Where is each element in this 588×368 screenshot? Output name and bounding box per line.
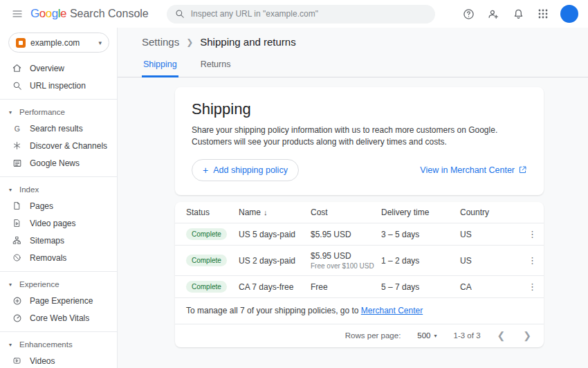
hamburger-menu-button[interactable] bbox=[7, 3, 28, 24]
sidebar-item-videos[interactable]: Videos bbox=[0, 352, 117, 368]
videos-icon bbox=[12, 356, 22, 366]
rows-per-page-label: Rows per page: bbox=[345, 331, 401, 340]
notifications-button[interactable] bbox=[508, 3, 529, 24]
policy-country: CA bbox=[460, 276, 521, 298]
page-title: Shipping bbox=[192, 100, 527, 118]
sidebar-item-overview[interactable]: Overview bbox=[0, 59, 117, 77]
topbar-actions bbox=[458, 3, 578, 24]
rows-per-page-select[interactable]: 500 ▾ bbox=[417, 331, 437, 340]
breadcrumb-separator-icon: ❯ bbox=[186, 37, 193, 47]
sidebar-section-enhancements[interactable]: ▾ Enhancements bbox=[0, 337, 117, 352]
tab-returns[interactable]: Returns bbox=[199, 58, 232, 77]
chevron-down-icon: ▾ bbox=[98, 39, 102, 46]
col-country: Country bbox=[460, 202, 521, 223]
home-icon bbox=[12, 63, 22, 73]
policy-country: US bbox=[460, 223, 521, 246]
manage-users-button[interactable] bbox=[483, 3, 504, 24]
caret-down-icon: ▾ bbox=[9, 342, 15, 348]
divider bbox=[0, 271, 117, 272]
g-letter-icon: G bbox=[12, 123, 22, 134]
property-favicon bbox=[16, 38, 26, 48]
policy-delivery: 3 – 5 days bbox=[381, 223, 460, 246]
policy-cost: $5.95 USD bbox=[311, 223, 381, 246]
policy-name: US 5 days-paid bbox=[239, 223, 311, 246]
row-menu-button[interactable]: ⋮ bbox=[521, 229, 544, 239]
chevron-down-icon: ▾ bbox=[434, 333, 437, 339]
main-content: Settings ❯ Shipping and returns Shipping… bbox=[118, 28, 588, 368]
discover-asterisk-icon bbox=[12, 140, 22, 151]
status-badge: Complete bbox=[186, 281, 227, 293]
table-row: Complete CA 7 days-free Free 5 – 7 days … bbox=[175, 276, 544, 298]
col-name: Name↓ bbox=[239, 202, 311, 223]
policy-cost: $5.95 USD Free over $100 USD bbox=[311, 246, 381, 276]
policy-country: US bbox=[460, 246, 521, 276]
help-button[interactable] bbox=[458, 3, 479, 24]
col-actions bbox=[521, 202, 544, 223]
page-range: 1-3 of 3 bbox=[454, 331, 481, 340]
video-page-icon bbox=[12, 218, 22, 228]
property-selector[interactable]: example.com ▾ bbox=[8, 33, 109, 53]
sidebar-item-removals[interactable]: Removals bbox=[0, 249, 117, 266]
sidebar-item-video-pages[interactable]: Video pages bbox=[0, 214, 117, 232]
search-input[interactable] bbox=[191, 9, 427, 19]
previous-page-button[interactable]: ❮ bbox=[497, 331, 506, 340]
col-cost: Cost bbox=[311, 202, 381, 223]
search-icon bbox=[175, 9, 185, 19]
caret-down-icon: ▾ bbox=[9, 187, 15, 193]
sidebar-item-pages[interactable]: Pages bbox=[0, 197, 117, 214]
sidebar-section-experience[interactable]: ▾ Experience bbox=[0, 277, 117, 292]
shipping-intro-card: Shipping Share your shipping policy info… bbox=[175, 87, 544, 195]
sidebar: example.com ▾ Overview URL inspection ▾ … bbox=[0, 28, 118, 368]
removals-icon bbox=[12, 252, 22, 263]
tab-shipping[interactable]: Shipping bbox=[142, 58, 178, 77]
cost-note: Free over $100 USD bbox=[311, 262, 381, 270]
sidebar-item-search-results[interactable]: G Search results bbox=[0, 120, 117, 137]
col-delivery-time: Delivery time bbox=[381, 202, 460, 223]
policy-delivery: 5 – 7 days bbox=[381, 276, 460, 298]
table-row: Complete US 2 days-paid $5.95 USD Free o… bbox=[175, 246, 544, 276]
plus-icon: + bbox=[203, 165, 208, 175]
sidebar-section-index[interactable]: ▾ Index bbox=[0, 182, 117, 197]
app-logo: Google Search Console bbox=[30, 7, 149, 21]
news-icon bbox=[12, 158, 22, 168]
row-menu-button[interactable]: ⋮ bbox=[521, 282, 544, 292]
breadcrumb-current: Shipping and returns bbox=[200, 36, 295, 48]
shipping-policies-table: Status Name↓ Cost Delivery time Country … bbox=[175, 202, 544, 299]
sidebar-item-core-web-vitals[interactable]: Core Web Vitals bbox=[0, 309, 117, 326]
sidebar-item-sitemaps[interactable]: Sitemaps bbox=[0, 232, 117, 249]
hamburger-icon bbox=[12, 8, 23, 19]
caret-down-icon: ▾ bbox=[9, 109, 15, 116]
sidebar-item-discover-channels[interactable]: Discover & Channels bbox=[0, 137, 117, 154]
breadcrumb-settings[interactable]: Settings bbox=[142, 36, 179, 48]
apps-grid-button[interactable] bbox=[533, 3, 553, 24]
add-shipping-policy-button[interactable]: + Add shipping policy bbox=[192, 159, 299, 181]
pagination: Rows per page: 500 ▾ 1-3 of 3 ❮ ❯ bbox=[175, 324, 544, 347]
divider bbox=[0, 99, 117, 100]
merchant-center-link[interactable]: Merchant Center bbox=[361, 306, 423, 315]
sidebar-item-url-inspection[interactable]: URL inspection bbox=[0, 77, 117, 94]
sidebar-item-google-news[interactable]: Google News bbox=[0, 154, 117, 172]
topbar: Google Search Console bbox=[0, 0, 588, 28]
page-icon bbox=[12, 201, 22, 211]
sitemap-icon bbox=[12, 235, 22, 246]
sidebar-item-page-experience[interactable]: Page Experience bbox=[0, 292, 117, 309]
status-badge: Complete bbox=[186, 228, 227, 240]
sidebar-section-performance[interactable]: ▾ Performance bbox=[0, 104, 117, 120]
caret-down-icon: ▾ bbox=[9, 282, 15, 288]
row-menu-button[interactable]: ⋮ bbox=[521, 255, 544, 266]
policy-delivery: 1 – 2 days bbox=[381, 246, 460, 276]
speedometer-icon bbox=[12, 313, 22, 323]
shipping-description: Share your shipping policy information w… bbox=[192, 125, 527, 149]
divider bbox=[0, 176, 117, 177]
url-inspect-search[interactable] bbox=[167, 5, 435, 24]
sort-descending-icon[interactable]: ↓ bbox=[264, 208, 268, 217]
shipping-policies-table-card: Status Name↓ Cost Delivery time Country … bbox=[175, 202, 544, 348]
account-avatar[interactable] bbox=[560, 5, 578, 23]
col-status: Status bbox=[175, 202, 239, 223]
status-badge: Complete bbox=[186, 255, 227, 266]
next-page-button[interactable]: ❯ bbox=[523, 331, 531, 340]
help-icon bbox=[463, 8, 475, 20]
magnifier-icon bbox=[12, 80, 22, 91]
view-in-merchant-center-link[interactable]: View in Merchant Center bbox=[420, 165, 527, 175]
external-link-icon bbox=[518, 165, 527, 174]
